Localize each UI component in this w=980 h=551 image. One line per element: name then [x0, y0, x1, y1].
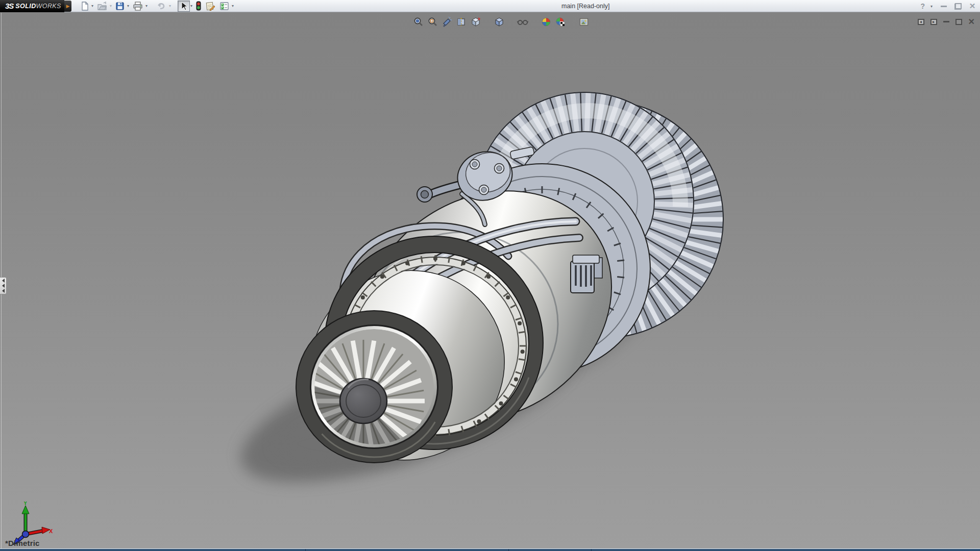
graphics-viewport[interactable]: ◂ ▸ ✕ Y X *Dimetric — [0, 13, 980, 548]
show-feature-pane-button[interactable]: ◂ — [918, 19, 924, 25]
save-button[interactable] — [113, 1, 127, 12]
logo-solid: SOLID — [15, 3, 36, 10]
zoom-to-area-icon — [428, 17, 438, 27]
menu-flyout-arrow[interactable]: ▶ — [64, 1, 71, 12]
solidworks-logo: 3S SOLIDWORKS — [0, 0, 64, 12]
document-minimize-button[interactable] — [943, 21, 949, 22]
apply-scene-icon — [555, 17, 566, 27]
save-dropdown[interactable]: ▾ — [127, 4, 131, 8]
help-dropdown[interactable]: ▾ — [930, 4, 934, 9]
zoom-to-area-button[interactable] — [427, 16, 439, 28]
x-axis-label: X — [49, 528, 53, 534]
undo-arrow-icon — [156, 2, 166, 11]
undo-button[interactable] — [154, 1, 168, 12]
collapse-arrow-icon — [2, 284, 5, 288]
select-cursor-icon — [180, 2, 188, 11]
taskbar-divider — [508, 549, 509, 551]
file-properties-button[interactable] — [203, 1, 217, 12]
eyeglasses-icon — [517, 17, 528, 27]
engine-model-canvas[interactable] — [0, 13, 980, 548]
taskbar-divider — [305, 549, 306, 551]
show-task-pane-button[interactable]: ▸ — [930, 19, 937, 25]
printer-icon — [133, 2, 143, 11]
appearance-sphere-icon — [541, 17, 551, 27]
restore-down-button[interactable] — [953, 2, 963, 11]
collapse-arrow-icon — [2, 289, 5, 293]
new-dropdown[interactable]: ▾ — [91, 4, 95, 8]
view-settings-button[interactable] — [578, 16, 590, 28]
document-restore-button[interactable] — [955, 19, 962, 25]
section-view-icon — [456, 17, 467, 27]
main-toolbar: ▾ ▾ ▾ ▾ — [79, 0, 235, 12]
document-title: main [Read-only] — [561, 3, 610, 10]
previous-view-button[interactable] — [441, 16, 453, 28]
print-dropdown[interactable]: ▾ — [145, 4, 149, 8]
feature-tree-flyout-tab[interactable] — [0, 277, 7, 294]
previous-view-icon — [442, 17, 452, 27]
undo-dropdown[interactable]: ▾ — [168, 4, 173, 8]
new-document-button[interactable] — [79, 1, 91, 12]
triad-origin — [22, 531, 29, 538]
save-floppy-icon — [115, 2, 125, 11]
titlebar: 3S SOLIDWORKS ▶ ▾ ▾ ▾ — [0, 0, 980, 12]
apply-scene-button[interactable] — [554, 16, 567, 28]
logo-works: WORKS — [36, 3, 61, 10]
view-orientation-icon — [471, 17, 481, 27]
hide-show-items-button[interactable] — [517, 16, 529, 28]
zoom-to-fit-icon — [413, 17, 424, 27]
view-orientation-label: *Dimetric — [5, 539, 40, 547]
minimize-button[interactable] — [939, 2, 948, 11]
turbofan-engine-model[interactable] — [277, 80, 723, 494]
print-button[interactable] — [131, 1, 145, 12]
view-orientation-button[interactable] — [470, 16, 482, 28]
options-checklist-icon — [219, 2, 229, 11]
edit-appearance-button[interactable] — [540, 16, 552, 28]
display-style-button[interactable] — [493, 16, 505, 28]
window-buttons: ? ▾ ✕ — [920, 0, 977, 12]
y-axis-label: Y — [23, 502, 28, 506]
taskbar-strip — [0, 548, 980, 551]
collapse-arrow-icon — [2, 279, 5, 283]
close-button[interactable]: ✕ — [968, 2, 977, 11]
select-button[interactable] — [178, 1, 190, 12]
open-folder-icon — [97, 2, 107, 11]
taskbar-divider — [591, 549, 592, 551]
help-button[interactable]: ? — [920, 2, 925, 10]
options-button[interactable] — [217, 1, 231, 12]
select-dropdown[interactable]: ▾ — [190, 4, 194, 8]
open-document-button[interactable] — [95, 1, 109, 12]
view-settings-icon — [579, 17, 589, 27]
display-style-icon — [494, 17, 504, 27]
file-properties-icon — [205, 2, 215, 11]
headsup-view-toolbar — [412, 16, 590, 28]
zoom-to-fit-button[interactable] — [412, 16, 425, 28]
document-close-button[interactable]: ✕ — [968, 17, 975, 27]
traffic-light-icon — [196, 1, 201, 11]
rebuild-button[interactable] — [194, 1, 203, 12]
section-view-button[interactable] — [455, 16, 468, 28]
open-dropdown[interactable]: ▾ — [109, 4, 113, 8]
ds-logo-mark: 3S — [5, 2, 13, 10]
document-window-controls: ◂ ▸ ✕ — [918, 17, 975, 27]
new-document-icon — [81, 2, 89, 11]
options-dropdown[interactable]: ▾ — [231, 4, 235, 8]
